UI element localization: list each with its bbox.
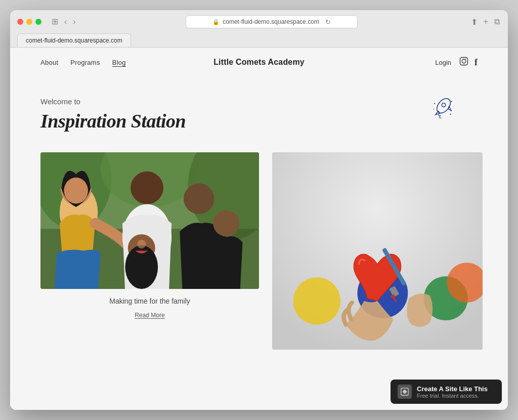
site-nav: About Programs Blog <box>40 59 126 66</box>
browser-nav-controls: ⊞ ‹ › <box>50 17 78 27</box>
svg-point-25 <box>293 277 341 325</box>
svg-rect-0 <box>460 58 468 65</box>
svg-point-5 <box>434 103 435 104</box>
hero-subtitle: Welcome to <box>40 97 478 106</box>
active-tab[interactable]: comet-fluid-demo.squarespace.com <box>17 33 131 47</box>
squarespace-text: Create A Site Like This Free trial. Inst… <box>417 385 488 399</box>
svg-point-22 <box>137 240 146 248</box>
svg-point-1 <box>462 59 466 63</box>
url-text: comet-fluid-demo.squarespace.com <box>223 18 319 25</box>
address-bar[interactable]: 🔒 comet-fluid-demo.squarespace.com ↻ <box>186 15 358 28</box>
svg-point-4 <box>442 103 446 107</box>
close-button[interactable] <box>17 19 23 25</box>
squarespace-icon <box>398 385 412 399</box>
website-content: About Programs Blog Little Comets Academ… <box>10 48 508 410</box>
hero-title: Inspiration Station <box>40 110 478 132</box>
traffic-lights <box>17 19 41 25</box>
site-logo[interactable]: Little Comets Academy <box>213 58 305 67</box>
social-icons: f <box>459 57 478 68</box>
family-photo <box>40 152 259 289</box>
svg-point-16 <box>131 172 163 204</box>
tabs-button[interactable]: ⧉ <box>493 16 501 28</box>
blog-card-content-family: Making time for the family Read More <box>40 289 259 323</box>
maximize-button[interactable] <box>35 19 41 25</box>
share-button[interactable]: ⬆ <box>470 16 479 28</box>
nav-programs[interactable]: Programs <box>70 59 100 66</box>
forward-button[interactable]: › <box>71 17 77 27</box>
lock-icon: 🔒 <box>212 19 220 25</box>
svg-point-2 <box>465 59 466 60</box>
blog-card-image-family[interactable] <box>40 152 259 289</box>
svg-point-7 <box>434 109 435 110</box>
rocket-icon <box>427 92 457 124</box>
nav-about[interactable]: About <box>40 59 58 66</box>
back-button[interactable]: ‹ <box>62 17 69 27</box>
blog-card-image-art[interactable] <box>272 152 483 350</box>
browser-titlebar: ⊞ ‹ › 🔒 comet-fluid-demo.squarespace.com… <box>17 15 501 28</box>
banner-subtitle: Free trial. Instant access. <box>417 393 488 399</box>
blog-grid: Making time for the family Read More <box>10 142 508 410</box>
svg-point-21 <box>213 210 239 236</box>
site-header-right: Login f <box>435 57 478 68</box>
instagram-icon[interactable] <box>459 57 468 68</box>
svg-point-15 <box>64 178 88 204</box>
art-photo <box>272 152 483 350</box>
blog-card-art[interactable] <box>267 152 478 395</box>
blog-card-title: Making time for the family <box>40 297 259 305</box>
svg-point-6 <box>451 101 452 102</box>
browser-addressbar: 🔒 comet-fluid-demo.squarespace.com ↻ <box>82 15 462 28</box>
facebook-icon[interactable]: f <box>474 57 478 68</box>
squarespace-banner[interactable]: Create A Site Like This Free trial. Inst… <box>391 380 502 404</box>
read-more-button[interactable]: Read More <box>135 312 164 319</box>
nav-blog[interactable]: Blog <box>112 59 126 66</box>
blog-card-family: Making time for the family Read More <box>40 152 259 395</box>
browser-actions: ⬆ + ⧉ <box>470 16 501 28</box>
svg-point-20 <box>184 184 214 214</box>
banner-title: Create A Site Like This <box>417 385 488 393</box>
tab-label: comet-fluid-demo.squarespace.com <box>26 37 122 44</box>
browser-tab-bar: comet-fluid-demo.squarespace.com <box>17 33 501 47</box>
reload-icon: ↻ <box>325 18 331 26</box>
site-header: About Programs Blog Little Comets Academ… <box>10 48 508 77</box>
hero-section: Welcome to Inspiration Station <box>10 77 508 142</box>
sidebar-toggle-button[interactable]: ⊞ <box>50 17 60 27</box>
minimize-button[interactable] <box>26 19 32 25</box>
new-tab-button[interactable]: + <box>483 16 489 28</box>
browser-window: ⊞ ‹ › 🔒 comet-fluid-demo.squarespace.com… <box>10 10 508 410</box>
browser-chrome: ⊞ ‹ › 🔒 comet-fluid-demo.squarespace.com… <box>10 10 508 48</box>
login-link[interactable]: Login <box>435 59 451 66</box>
